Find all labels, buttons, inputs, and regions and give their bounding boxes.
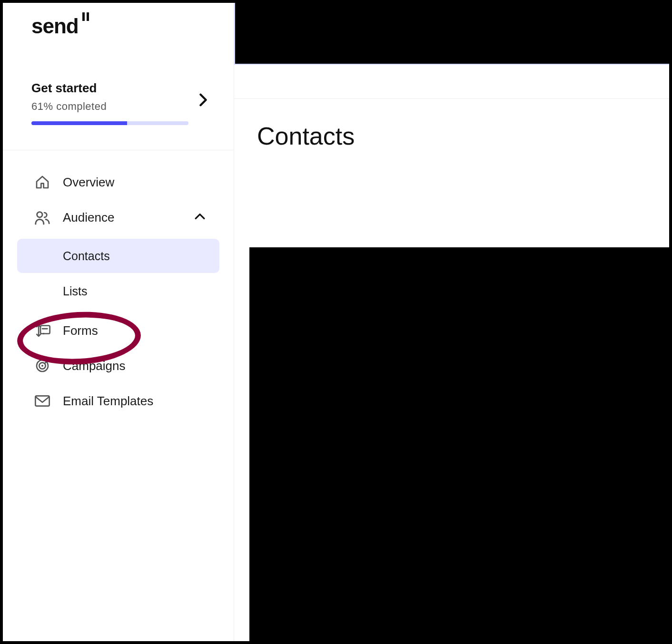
main-content: Contacts	[234, 3, 669, 641]
svg-rect-6	[35, 396, 49, 406]
svg-rect-1	[40, 326, 50, 334]
brand-logo[interactable]: send	[3, 14, 234, 38]
brand-logo-text: send	[31, 14, 79, 38]
svg-point-5	[41, 365, 43, 367]
home-icon	[34, 174, 50, 190]
brand-logo-bars-icon	[82, 12, 89, 21]
get-started-subtitle: 61% completed	[31, 100, 215, 113]
top-header-redacted	[234, 3, 669, 65]
get-started-title: Get started	[31, 81, 215, 96]
people-icon	[34, 209, 50, 225]
sidebar-item-label: Forms	[63, 323, 98, 338]
brand-logo-word: send	[31, 14, 79, 38]
progress-bar-fill	[31, 121, 127, 125]
sidebar-item-campaigns[interactable]: Campaigns	[17, 348, 219, 383]
sidebar-subitem-lists[interactable]: Lists	[17, 274, 219, 308]
svg-point-2	[43, 333, 44, 334]
sidebar-item-label: Email Templates	[63, 394, 153, 409]
audience-submenu: Contacts Lists	[17, 239, 219, 309]
sidebar-item-email-templates[interactable]: Email Templates	[17, 383, 219, 419]
sidebar-nav: Overview Audience Cont	[3, 165, 234, 419]
content-redacted	[249, 247, 669, 641]
sidebar-item-audience[interactable]: Audience	[17, 200, 219, 235]
progress-bar	[31, 121, 188, 125]
chevron-up-icon	[195, 213, 205, 222]
sidebar-item-label: Overview	[63, 175, 114, 190]
sidebar-divider	[3, 150, 234, 150]
sidebar: send Get started 61% completed Ov	[3, 3, 234, 641]
app-shell: send Get started 61% completed Ov	[3, 3, 669, 641]
svg-point-0	[37, 212, 42, 217]
page-title: Contacts	[234, 99, 669, 150]
sidebar-item-forms[interactable]: Forms	[17, 313, 219, 348]
forms-icon	[34, 322, 50, 339]
mail-icon	[34, 393, 50, 409]
sidebar-item-label: Audience	[63, 210, 114, 225]
chevron-right-icon	[199, 93, 208, 108]
get-started-card[interactable]: Get started 61% completed	[3, 81, 234, 125]
sidebar-subitem-contacts[interactable]: Contacts	[17, 239, 219, 273]
sub-header-bar	[234, 67, 669, 99]
sidebar-item-label: Campaigns	[63, 359, 126, 373]
target-icon	[34, 358, 50, 374]
sidebar-subitem-label: Contacts	[63, 249, 110, 263]
sidebar-item-overview[interactable]: Overview	[17, 165, 219, 200]
sidebar-subitem-label: Lists	[63, 284, 87, 298]
